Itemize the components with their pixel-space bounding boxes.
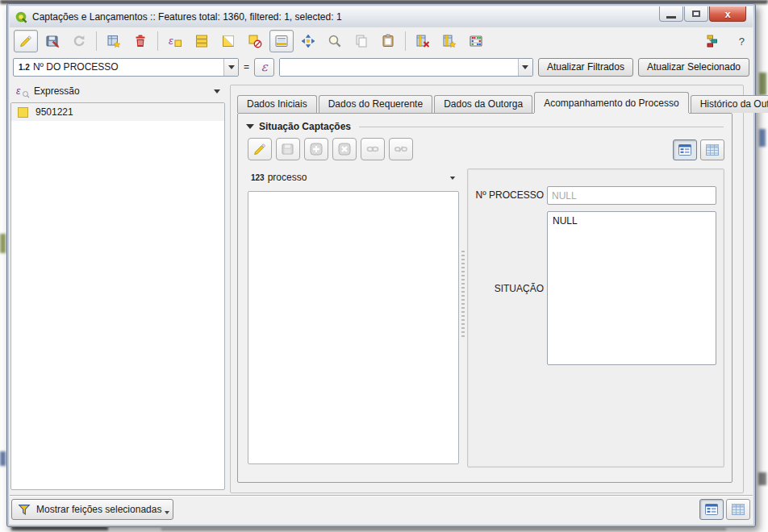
screenshot-stage: Captações e Lançamentos :: Features tota… bbox=[0, 0, 768, 532]
chevron-down-icon bbox=[165, 511, 169, 517]
invert-selection-button[interactable] bbox=[216, 30, 240, 52]
pencil-icon bbox=[18, 33, 34, 49]
relation-link-button[interactable] bbox=[361, 138, 385, 160]
processo-input[interactable] bbox=[547, 186, 716, 205]
minimize-button[interactable] bbox=[659, 6, 683, 22]
minimize-icon bbox=[666, 16, 676, 19]
add-feature-button[interactable] bbox=[102, 30, 126, 52]
form-view-icon bbox=[677, 142, 693, 158]
toggle-edit-button[interactable] bbox=[14, 30, 38, 52]
close-button[interactable]: x bbox=[709, 6, 746, 22]
pencil-icon bbox=[252, 141, 268, 157]
dialog-client-area: ε bbox=[10, 27, 753, 524]
tab-bar: Dados Iniciais Dados do Requerente Dados… bbox=[237, 91, 768, 113]
svg-text:ε: ε bbox=[16, 85, 21, 97]
select-all-button[interactable] bbox=[190, 30, 214, 52]
group-header[interactable]: Situação Captações bbox=[246, 120, 724, 133]
bottom-view-toggles bbox=[699, 499, 750, 520]
relation-add-button[interactable] bbox=[304, 138, 328, 160]
relation-field-combobox[interactable]: 123 processo bbox=[248, 168, 459, 186]
filter-value-input[interactable] bbox=[280, 59, 518, 76]
decorative-border bbox=[758, 472, 766, 485]
x-icon bbox=[336, 141, 353, 157]
delete-column-button[interactable] bbox=[411, 30, 435, 52]
feature-list-item[interactable]: 9501221 bbox=[11, 103, 224, 121]
processo-field-label: Nº PROCESSO bbox=[474, 189, 544, 201]
help-button[interactable]: ? bbox=[739, 35, 745, 48]
table-view-icon bbox=[704, 142, 720, 158]
deselect-icon bbox=[247, 33, 263, 49]
tab-historico-outorga[interactable]: Histórico da Outorga bbox=[691, 95, 768, 113]
decorative-border bbox=[0, 451, 6, 466]
window-title: Captações e Lançamentos :: Features tota… bbox=[32, 11, 342, 23]
restore-icon bbox=[692, 10, 700, 17]
clipboard-icon bbox=[380, 33, 396, 49]
update-selected-button[interactable]: Atualizar Selecionado bbox=[638, 58, 749, 77]
save-edits-button[interactable] bbox=[40, 30, 65, 52]
splitter-handle[interactable] bbox=[461, 251, 465, 339]
selected-on-top-icon bbox=[273, 33, 290, 49]
epsilon-icon: ε bbox=[261, 60, 268, 74]
chevron-down-icon bbox=[228, 65, 235, 73]
new-record-icon bbox=[106, 33, 122, 49]
tab-dados-outorga[interactable]: Dados da Outorga bbox=[434, 95, 532, 113]
equals-operator-label: = bbox=[244, 61, 249, 73]
trash-icon bbox=[132, 33, 148, 49]
relation-save-button[interactable] bbox=[276, 138, 300, 160]
copy-button[interactable] bbox=[349, 30, 374, 52]
feature-list[interactable]: 9501221 bbox=[10, 102, 225, 490]
toolbar-separator bbox=[405, 31, 406, 51]
field-name-label: Nº DO PROCESSO bbox=[33, 61, 119, 73]
situacao-listbox[interactable]: NULL bbox=[547, 211, 716, 365]
deselect-all-button[interactable] bbox=[243, 30, 267, 52]
expression-builder-button[interactable]: ε bbox=[254, 58, 274, 77]
pan-to-selected-button[interactable] bbox=[296, 30, 320, 52]
reload-button[interactable] bbox=[67, 30, 91, 52]
decorative-border bbox=[0, 234, 6, 253]
relation-unlink-button[interactable] bbox=[389, 138, 413, 160]
relation-table-view-button[interactable] bbox=[700, 139, 724, 160]
group-divider bbox=[359, 127, 724, 127]
update-filtered-button[interactable]: Atualizar Filtrados bbox=[538, 58, 633, 77]
paste-button[interactable] bbox=[376, 30, 400, 52]
pan-arrows-icon bbox=[300, 33, 316, 49]
relation-delete-button[interactable] bbox=[332, 138, 357, 160]
zoom-to-selected-button[interactable] bbox=[323, 30, 347, 52]
table-view-button[interactable] bbox=[726, 499, 750, 520]
tab-content-panel: Situação Captações bbox=[237, 113, 733, 483]
relation-feature-list[interactable] bbox=[248, 191, 459, 464]
situacao-value: NULL bbox=[553, 215, 578, 227]
invert-selection-icon bbox=[220, 33, 236, 49]
add-column-button[interactable] bbox=[437, 30, 461, 52]
form-view-button[interactable] bbox=[699, 499, 724, 520]
tab-dados-iniciais[interactable]: Dados Iniciais bbox=[237, 95, 317, 113]
title-bar[interactable]: Captações e Lançamentos :: Features tota… bbox=[10, 6, 753, 27]
move-selected-top-button[interactable] bbox=[269, 30, 294, 52]
form-view-icon bbox=[703, 501, 720, 517]
relation-field-label: processo bbox=[268, 172, 307, 183]
restore-button[interactable] bbox=[684, 6, 708, 22]
combo-arrow[interactable] bbox=[223, 59, 238, 76]
tab-dados-requerente[interactable]: Dados do Requerente bbox=[319, 95, 432, 113]
delete-selected-button[interactable] bbox=[128, 30, 152, 52]
collapse-arrow-icon bbox=[246, 124, 254, 133]
expression-header[interactable]: ε Expressão bbox=[10, 81, 225, 101]
settings-button[interactable] bbox=[701, 30, 725, 52]
field-calculator-button[interactable] bbox=[464, 30, 488, 52]
filter-mode-label: Mostrar feições selecionadas bbox=[36, 504, 161, 515]
link-icon bbox=[365, 141, 381, 157]
tab-acompanhamento-processo[interactable]: Acompanhamento do Processo bbox=[534, 92, 688, 113]
filter-value-combobox[interactable] bbox=[279, 58, 533, 77]
relation-form-view-button[interactable] bbox=[673, 139, 697, 160]
svg-text:ε: ε bbox=[169, 35, 173, 47]
field-selector-combobox[interactable]: 1.2 Nº DO PROCESSO bbox=[13, 58, 239, 77]
table-view-icon bbox=[730, 501, 746, 517]
select-by-expression-button[interactable]: ε bbox=[163, 30, 187, 52]
relation-edit-button[interactable] bbox=[248, 138, 272, 160]
filter-mode-button[interactable]: Mostrar feições selecionadas bbox=[11, 499, 173, 520]
combo-arrow[interactable] bbox=[518, 59, 532, 76]
magnifier-icon bbox=[327, 33, 343, 49]
epsilon-select-icon: ε bbox=[167, 33, 183, 49]
chevron-down-icon[interactable] bbox=[214, 89, 220, 97]
expression-icon: ε bbox=[15, 84, 30, 98]
